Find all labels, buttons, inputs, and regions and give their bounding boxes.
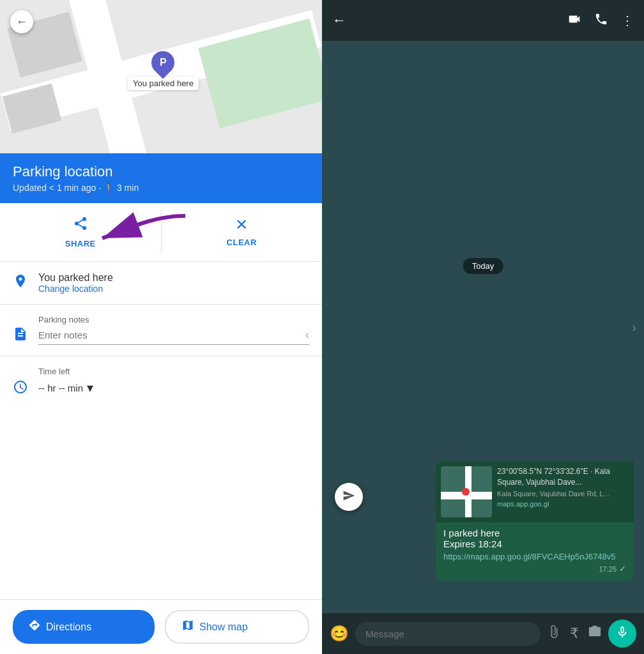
bubble-map-thumbnail [441, 466, 492, 517]
actions-row: SHARE ✕ CLEAR [0, 203, 322, 262]
time-select-row: -- hr -- min ▾ [38, 380, 309, 395]
wa-camera-icon[interactable] [588, 625, 602, 643]
time-dropdown-icon[interactable]: ▾ [87, 380, 93, 395]
share-overlay-button[interactable] [335, 483, 363, 511]
bubble-tick: ✓ [619, 564, 626, 574]
bubble-parked-text: I parked here [443, 528, 626, 538]
wa-mic-button[interactable] [608, 620, 636, 648]
time-value: -- hr -- min [38, 383, 83, 393]
notes-label: Parking notes [38, 315, 309, 324]
clock-icon [13, 379, 28, 399]
change-location-link[interactable]: Change location [38, 284, 113, 294]
location-title: You parked here [38, 272, 113, 284]
bubble-preview: 23°00'58.5"N 72°33'32.6"E · Kala Square,… [436, 461, 634, 522]
whatsapp-panel: ← ⋮ › Today [322, 0, 644, 654]
show-map-button[interactable]: Show map [165, 610, 309, 644]
share-button[interactable]: SHARE [0, 211, 162, 254]
svg-point-1 [75, 222, 79, 225]
bubble-expires-text: Expires 18:24 [443, 538, 626, 549]
time-row: Time left -- hr -- min ▾ [0, 356, 322, 409]
clear-label: CLEAR [227, 238, 257, 247]
pin-marker: P [147, 47, 180, 79]
share-label: SHARE [65, 239, 96, 248]
wa-input-icons: ₹ [547, 625, 602, 643]
show-map-label: Show map [199, 621, 248, 633]
bubble-preview-text: 23°00'58.5"N 72°33'32.6"E · Kala Square,… [497, 466, 629, 517]
wa-back-button[interactable]: ← [332, 12, 346, 29]
parking-subtitle: Updated < 1 min ago · 🚶 3 min [13, 183, 309, 193]
wa-rupee-icon[interactable]: ₹ [570, 625, 579, 642]
directions-icon [28, 619, 41, 635]
notes-row: Parking notes ‹ [0, 305, 322, 356]
pin-label: You parked here [128, 77, 199, 90]
wa-expand-arrow[interactable]: › [632, 320, 636, 335]
svg-point-2 [82, 226, 86, 230]
location-row: You parked here Change location [0, 262, 322, 305]
wa-video-icon[interactable] [567, 12, 581, 29]
wa-input-bar: 😊 ₹ [322, 613, 644, 654]
clear-icon: ✕ [235, 216, 248, 234]
time-label: Time left [38, 367, 309, 376]
wa-call-icon[interactable] [594, 12, 608, 29]
clear-button[interactable]: ✕ CLEAR [162, 211, 323, 254]
bubble-body: I parked here Expires 18:24 https://maps… [436, 522, 634, 581]
bubble-url: https://maps.app.goo.gl/8FVCAEHp5nJ6748v… [443, 552, 626, 561]
wa-attachment-icon[interactable] [547, 625, 561, 643]
bubble-time-row: 17:25 ✓ [443, 564, 626, 574]
svg-point-0 [82, 217, 86, 221]
back-button[interactable]: ← [10, 10, 33, 33]
wa-chat-area: › Today 23°00'58.5"N 72°33'32.6"E · Kala… [322, 41, 644, 613]
parking-pin: P You parked here [128, 51, 199, 90]
wa-header: ← ⋮ [322, 0, 644, 41]
time-content: Time left -- hr -- min ▾ [38, 367, 309, 395]
wa-emoji-icon[interactable]: 😊 [330, 625, 349, 643]
share-overlay-icon [342, 489, 355, 505]
notes-icon [13, 326, 28, 346]
wa-more-icon[interactable]: ⋮ [621, 13, 634, 28]
bubble-address: Kala Square, Vajubhai Dave Rd, L... [497, 489, 629, 499]
location-icon [13, 273, 28, 293]
notes-input-row: ‹ [38, 328, 309, 345]
directions-button[interactable]: Directions [13, 610, 155, 644]
back-arrow-icon: ← [16, 15, 27, 29]
svg-line-3 [78, 225, 82, 227]
wa-message-input[interactable] [355, 622, 540, 646]
bubble-coords: 23°00'58.5"N 72°33'32.6"E · Kala Square,… [497, 466, 629, 488]
message-bubble: 23°00'58.5"N 72°33'32.6"E · Kala Square,… [436, 461, 634, 581]
bottom-bar: Directions Show map [0, 599, 322, 654]
notes-input[interactable] [38, 330, 305, 340]
notes-collapse-icon: ‹ [305, 328, 309, 342]
bubble-time: 17:25 [599, 565, 617, 573]
map-view[interactable]: ← P You parked here [0, 0, 322, 153]
pin-letter: P [160, 57, 167, 68]
svg-line-4 [78, 220, 82, 223]
wa-header-icons: ⋮ [567, 12, 634, 29]
location-text: You parked here Change location [38, 272, 113, 294]
today-badge: Today [463, 258, 503, 274]
share-icon [73, 216, 88, 235]
maps-panel: ← P You parked here Parking location Upd… [0, 0, 322, 654]
parking-info-bar: Parking location Updated < 1 min ago · 🚶… [0, 153, 322, 203]
directions-label: Directions [46, 621, 91, 633]
thumb-pin [462, 488, 470, 496]
bubble-link-preview: maps.app.goo.gl [497, 500, 629, 508]
parking-title: Parking location [13, 164, 309, 180]
show-map-icon [181, 619, 194, 635]
wa-mic-icon [615, 625, 629, 643]
notes-content: Parking notes ‹ [38, 315, 309, 345]
